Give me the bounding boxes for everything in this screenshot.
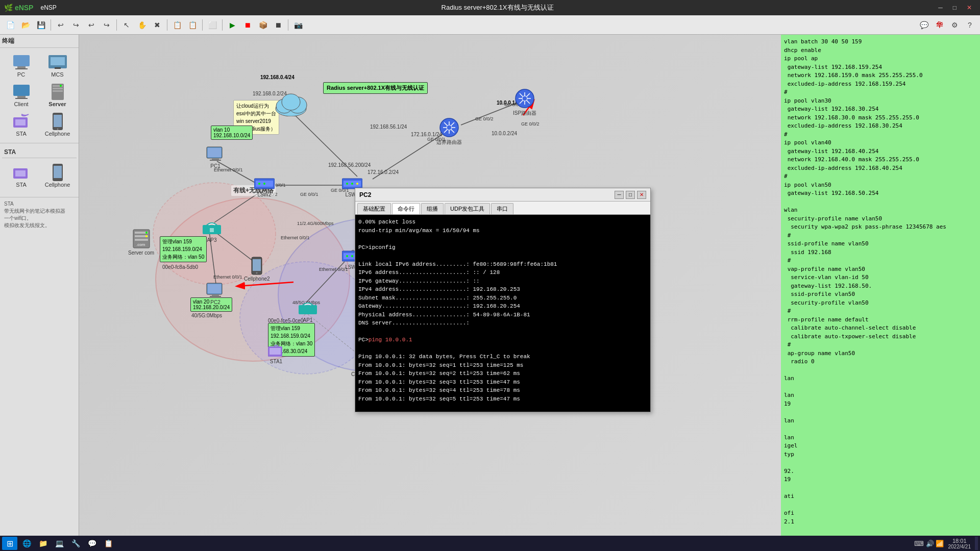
tool-capture[interactable]: 📦 <box>256 18 270 32</box>
pc2-label: PC2 <box>210 299 220 305</box>
terminal-minimize[interactable]: ─ <box>615 191 624 199</box>
ap3-node[interactable]: AP3 <box>203 221 221 243</box>
device-mcs[interactable]: MCS <box>40 52 75 80</box>
svg-rect-4 <box>51 57 65 65</box>
isp-router-icon <box>514 88 535 109</box>
tool-pan[interactable]: ✋ <box>135 18 149 32</box>
separator <box>288 19 288 31</box>
tab-basic-config[interactable]: 基础配置 <box>357 203 391 214</box>
tool-stop2[interactable]: ⏹ <box>271 18 285 32</box>
tool-open[interactable]: 📂 <box>18 18 33 32</box>
server-node[interactable]: .com Server com <box>128 229 154 256</box>
tab-udp[interactable]: UDP发包工具 <box>445 203 490 214</box>
terminal-line-16: From 10.0.0.1: bytes=32 seq=4 ttl=253 ti… <box>358 386 647 395</box>
pc1-node[interactable]: PC1 <box>206 146 225 169</box>
terminal-blank-2 <box>358 252 647 260</box>
lsw-speed: 11/2.4G/600Mbps <box>297 221 334 226</box>
terminal-line-7: IPv4 address....................: 192.16… <box>358 285 647 294</box>
cloud-node[interactable] <box>273 91 309 116</box>
tool-paste[interactable]: 📋 <box>185 18 200 32</box>
terminal-line-10: Physical address................: 54-89-… <box>358 311 647 319</box>
device-cellphone[interactable]: Cellphone <box>40 111 75 139</box>
terminal-window[interactable]: PC2 ─ □ ✕ 基础配置 命令行 组播 UDP发包工具 串口 0.00% p… <box>355 188 651 412</box>
tool-rect[interactable]: ⬜ <box>205 18 219 32</box>
tool-redo2[interactable]: ↪ <box>100 18 114 32</box>
taskbar-wechat[interactable]: 💬 <box>85 537 99 550</box>
taskbar-settings[interactable]: 🔧 <box>68 537 83 550</box>
tool-stop[interactable]: ⏹ <box>240 18 255 32</box>
svg-rect-1 <box>17 66 26 68</box>
device-sta[interactable]: STA <box>4 111 38 139</box>
tool-save[interactable]: 💾 <box>34 18 48 32</box>
close-button[interactable]: ✕ <box>963 3 976 12</box>
taskbar-left: ⊞ 🌐 📁 💻 🔧 💬 📋 <box>2 537 115 550</box>
tab-serial[interactable]: 串口 <box>491 203 513 214</box>
start-button[interactable]: ⊞ <box>2 537 17 550</box>
terminal-maximize[interactable]: □ <box>626 191 635 199</box>
device-pc[interactable]: PC <box>4 52 38 80</box>
main-canvas[interactable]: Radius server+802.1X有线与无线认证 让cloud运行为esx… <box>79 35 980 536</box>
taskbar-app[interactable]: 📋 <box>101 537 115 550</box>
tool-settings[interactable]: ⚙ <box>947 18 962 32</box>
tool-new[interactable]: 📄 <box>3 18 17 32</box>
tool-camera[interactable]: 📷 <box>291 18 305 32</box>
pc1-icon <box>206 146 225 162</box>
isp-router-node[interactable]: ISP路由器 <box>513 88 536 117</box>
tool-delete[interactable]: ✖ <box>150 18 164 32</box>
taskbar-explorer[interactable]: 📁 <box>36 537 50 550</box>
taskbar-cmd[interactable]: 💻 <box>52 537 66 550</box>
device-sta2[interactable]: STA <box>4 162 38 190</box>
config-panel[interactable]: vlan batch 30 40 50 159 dhcp enable ip p… <box>781 35 980 536</box>
sta1-icon <box>267 343 285 358</box>
tool-select[interactable]: ↖ <box>119 18 134 32</box>
svg-point-13 <box>60 85 62 87</box>
terminal-close[interactable]: ✕ <box>637 191 646 199</box>
tab-multicast[interactable]: 组播 <box>421 203 444 214</box>
config-text: vlan batch 30 40 50 159 dhcp enable ip p… <box>784 38 977 526</box>
client-label: Client <box>14 101 28 107</box>
cellphone-label: Cellphone <box>45 131 70 137</box>
mac-ap3: 00e0-fc8a-5db0 <box>162 264 198 270</box>
port-eth-pc2: Ethernet 0/0/1 <box>213 274 242 280</box>
lsw2-node[interactable]: LSW2 <box>254 177 275 197</box>
device-client[interactable]: Client <box>4 82 38 109</box>
terminal-window-title: PC2 <box>359 191 371 198</box>
tab-command[interactable]: 命令行 <box>392 203 420 214</box>
mcs-label: MCS <box>51 71 63 78</box>
terminal-body[interactable]: 0.00% packet loss round-trip min/avg/max… <box>355 215 650 412</box>
ap1-node[interactable]: AP1 <box>299 301 317 323</box>
border-router-node[interactable]: 边界路由器 <box>436 117 462 146</box>
taskbar-show-desktop[interactable] <box>975 537 978 550</box>
terminal-line-13: From 10.0.0.1: bytes=32 seq=1 ttl=253 ti… <box>358 361 647 370</box>
mcs-icon <box>47 54 68 70</box>
tool-redo[interactable]: ↪ <box>69 18 83 32</box>
ip-label-3: 192.168.56.1/24 <box>370 124 407 130</box>
svg-point-89 <box>522 96 527 101</box>
terminal-line-5: IPv6 address....................: :: / 1… <box>358 268 647 277</box>
terminal-line-9: Gateway.........................: 192.16… <box>358 302 647 311</box>
svg-rect-22 <box>54 166 62 178</box>
cellphone2-icon <box>47 164 68 181</box>
tool-copy[interactable]: 📋 <box>170 18 184 32</box>
tool-undo[interactable]: ↩ <box>54 18 68 32</box>
device-cellphone2[interactable]: Cellphone <box>40 162 75 190</box>
maximize-button[interactable]: □ <box>949 3 961 12</box>
taskbar-ie[interactable]: 🌐 <box>19 537 34 550</box>
tool-chat[interactable]: 💬 <box>917 18 931 32</box>
terminal-line-6: IPv6 gateway....................: :: <box>358 277 647 286</box>
pc2-node[interactable]: PC2 <box>206 282 225 305</box>
device-server[interactable]: Server <box>40 82 75 109</box>
tool-huawei[interactable]: 华 <box>932 18 946 32</box>
tool-start[interactable]: ▶ <box>225 18 239 32</box>
minimize-button[interactable]: ─ <box>934 3 947 12</box>
tool-help[interactable]: ? <box>963 18 977 32</box>
sta-section: STA STA Cellphone <box>0 143 79 197</box>
menu-item[interactable]: eNSP <box>36 3 60 12</box>
svg-rect-93 <box>135 239 148 241</box>
cellphone2-node[interactable]: Cellphone2 <box>244 257 270 282</box>
terminal-blank-1 <box>358 235 647 243</box>
tool-undo2[interactable]: ↩ <box>84 18 99 32</box>
sta1-node[interactable]: STA1 <box>267 343 285 364</box>
taskbar-clock[interactable]: 18:01 2022/4/21 <box>948 538 971 549</box>
taskbar-time: 18:01 <box>948 538 971 544</box>
